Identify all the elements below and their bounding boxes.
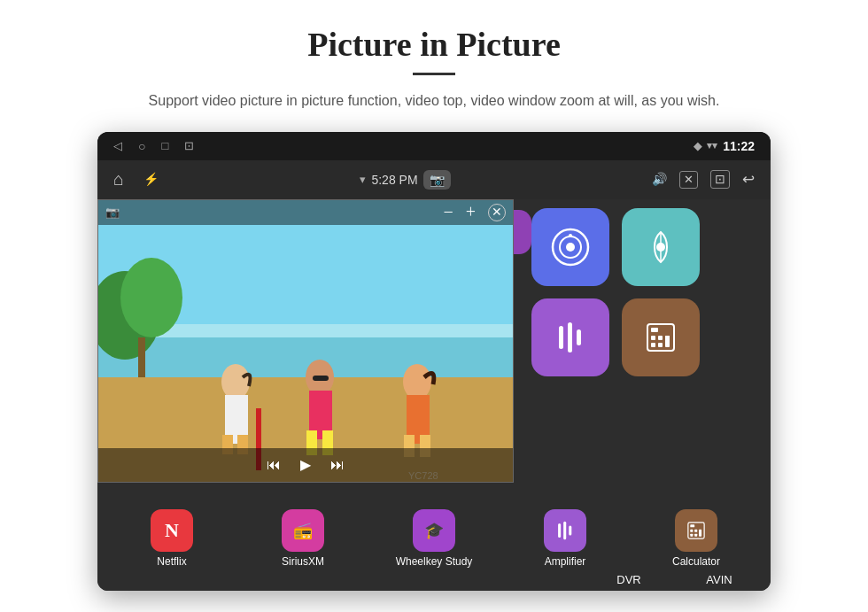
svg-rect-48 [699, 529, 701, 536]
bottom-app-wheelkey[interactable]: 🎓 Wheelkey Study [376, 509, 492, 568]
amplifier-icon [550, 317, 591, 358]
svg-rect-38 [665, 336, 670, 347]
video-pip[interactable]: 📷 − + ✕ [97, 199, 514, 483]
recents-nav-icon[interactable]: □ [161, 139, 168, 152]
svg-rect-43 [690, 524, 694, 527]
svg-rect-41 [569, 525, 571, 535]
time-display: 5:28 PM [371, 173, 417, 187]
usb-icon: ⚡ [143, 172, 159, 187]
amplifier-label: Amplifier [545, 555, 586, 568]
svg-rect-6 [138, 337, 145, 377]
page-subtitle: Support video picture in picture functio… [149, 89, 720, 112]
location-icon: ◆ [694, 140, 701, 152]
svg-rect-47 [694, 533, 697, 536]
svg-rect-33 [651, 336, 655, 340]
svg-rect-46 [690, 533, 693, 536]
bottom-app-siriusxm[interactable]: 📻 SiriusXM [245, 509, 360, 568]
pip-plus-btn[interactable]: + [466, 202, 476, 222]
camera-button[interactable]: 📷 [423, 170, 451, 190]
pip-minus-btn[interactable]: − [443, 202, 453, 222]
pip-close-btn[interactable]: ✕ [488, 204, 506, 221]
pip-icon[interactable]: ⊡ [710, 170, 730, 189]
amplifier-bottom-icon [544, 509, 586, 552]
calculator-label: Calculator [672, 555, 720, 568]
calculator-bottom-icon [675, 509, 717, 552]
wheelkey-label: Wheelkey Study [396, 555, 473, 568]
svg-rect-44 [690, 529, 693, 531]
app-calculator[interactable] [622, 298, 700, 376]
svg-point-5 [120, 258, 182, 337]
svg-rect-37 [658, 343, 663, 347]
video-content: YC728 [98, 200, 514, 483]
bottom-app-amplifier[interactable]: Amplifier [508, 509, 623, 568]
main-content: 📷 − + ✕ [97, 199, 771, 500]
calculator-icon [640, 317, 681, 358]
video-pip-size-controls[interactable]: − + ✕ [443, 202, 506, 222]
wifi-signal-icon: ▾▾ [707, 140, 717, 151]
device-frame: ◁ ○ □ ⊡ ◆ ▾▾ 11:22 ⌂ ⚡ ▾ 5:28 PM 📷 [97, 132, 771, 591]
close-icon[interactable]: ✕ [679, 171, 698, 189]
title-divider [413, 73, 455, 75]
dvr-text-container: DVR [590, 571, 668, 587]
svg-rect-40 [563, 521, 566, 539]
top-nav-right: 🔊 ✕ ⊡ ↩ [652, 170, 755, 189]
wifi-nav-icon: ▾ [360, 173, 366, 186]
video-play-btn[interactable]: ▶ [300, 456, 311, 473]
back-nav-icon[interactable]: ◁ [113, 139, 122, 152]
svg-rect-32 [651, 328, 658, 332]
svg-rect-45 [694, 529, 697, 531]
video-prev-btn[interactable]: ⏮ [267, 457, 281, 473]
siriusxm-label: SiriusXM [282, 555, 324, 568]
home-icon[interactable]: ⌂ [113, 169, 124, 190]
app-row-2 [531, 298, 700, 376]
home-nav-icon[interactable]: ○ [138, 139, 145, 153]
svg-rect-39 [558, 523, 561, 538]
app-grid-labels: DVR AVIN [97, 571, 771, 591]
wheelkey-icon: 🎓 [413, 509, 455, 552]
back-icon[interactable]: ↩ [742, 170, 755, 189]
svg-point-7 [221, 364, 250, 399]
top-nav-center: ▾ 5:28 PM 📷 [360, 170, 450, 190]
svg-point-16 [403, 364, 431, 399]
dvr-text: DVR [616, 573, 640, 586]
status-bar-left: ◁ ○ □ ⊡ [113, 139, 194, 153]
video-cam-icon: 📷 [105, 205, 120, 220]
bottom-app-calculator[interactable]: Calculator [639, 509, 754, 568]
page-title: Picture in Picture [307, 25, 561, 64]
video-next-btn[interactable]: ⏭ [330, 457, 345, 473]
app-grid-label-row: DVR AVIN [590, 571, 758, 587]
bottom-app-netflix[interactable]: N Netflix [114, 509, 229, 568]
siriusxm-icon: 📻 [282, 509, 324, 552]
svg-rect-36 [651, 343, 655, 347]
bottom-apps-bar: N Netflix 📻 SiriusXM 🎓 Wheelkey Study [97, 500, 771, 571]
avin-text-container: AVIN [680, 571, 758, 587]
svg-rect-34 [658, 336, 663, 340]
extra-nav-icon[interactable]: ⊡ [184, 139, 194, 152]
svg-rect-28 [559, 326, 563, 349]
app-amplifier[interactable] [531, 298, 609, 376]
svg-rect-30 [577, 329, 581, 345]
video-controls-bar[interactable]: ⏮ ▶ ⏭ [98, 448, 513, 482]
netflix-icon: N [151, 509, 193, 552]
avin-text: AVIN [706, 573, 732, 586]
volume-icon[interactable]: 🔊 [652, 172, 667, 187]
netflix-label: Netflix [157, 555, 186, 568]
page-container: Picture in Picture Support video picture… [0, 0, 868, 591]
status-bar-right: ◆ ▾▾ 11:22 [694, 139, 755, 153]
top-nav-bar: ⌂ ⚡ ▾ 5:28 PM 📷 🔊 ✕ ⊡ ↩ [97, 160, 771, 199]
svg-rect-29 [568, 322, 572, 352]
status-bar: ◁ ○ □ ⊡ ◆ ▾▾ 11:22 [97, 132, 771, 160]
clock-display: 11:22 [723, 139, 755, 153]
svg-rect-15 [313, 376, 329, 381]
video-top-bar: 📷 − + ✕ [98, 200, 513, 225]
top-nav-left: ⌂ ⚡ [113, 169, 159, 190]
